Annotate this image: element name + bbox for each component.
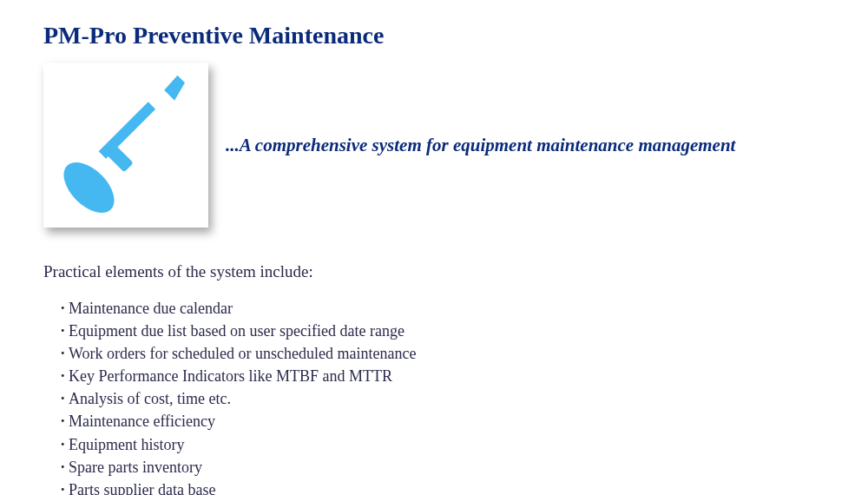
list-item: Work orders for scheduled or unscheduled… xyxy=(61,342,825,365)
svg-rect-1 xyxy=(99,102,156,159)
hero-row: ...A comprehensive system for equipment … xyxy=(43,63,825,228)
list-item: Maintenance due calendar xyxy=(61,297,825,320)
page-title: PM-Pro Preventive Maintenance xyxy=(43,22,825,50)
list-item: Spare parts inventory xyxy=(61,456,825,478)
list-item: Analysis of cost, time etc. xyxy=(61,387,825,410)
list-item: Maintenance efficiency xyxy=(61,410,825,432)
feature-list: Maintenance due calendar Equipment due l… xyxy=(43,297,825,495)
features-intro: Practical elements of the system include… xyxy=(43,262,825,281)
svg-marker-0 xyxy=(164,76,185,101)
list-item: Equipment due list based on user specifi… xyxy=(61,320,825,342)
list-item: Parts supplier data base xyxy=(61,478,825,495)
list-item: Key Performance Indicators like MTBF and… xyxy=(61,365,825,387)
svg-point-3 xyxy=(55,153,123,217)
screwdriver-icon xyxy=(52,69,200,221)
tagline: ...A comprehensive system for equipment … xyxy=(226,135,735,156)
list-item: Equipment history xyxy=(61,433,825,456)
product-icon-card xyxy=(43,63,208,228)
